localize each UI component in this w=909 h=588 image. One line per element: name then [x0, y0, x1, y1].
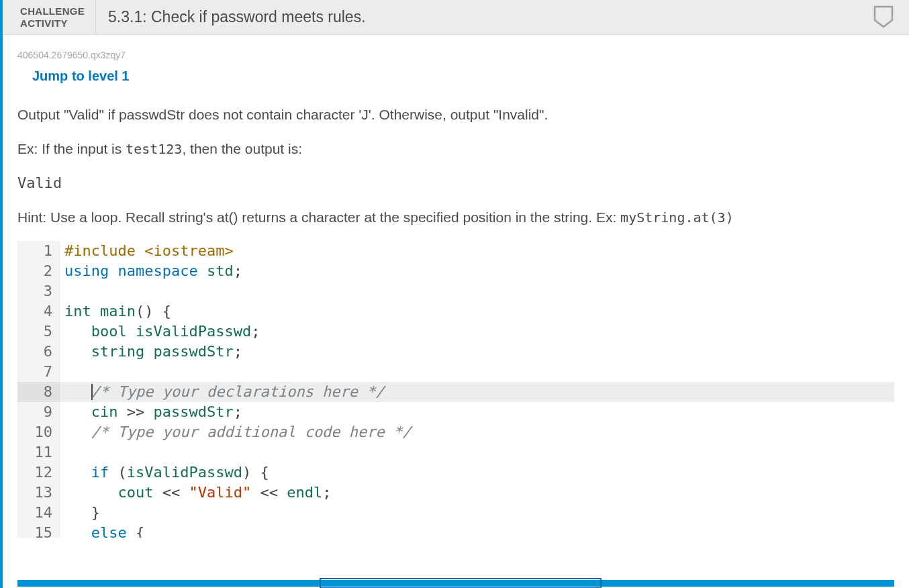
jump-to-level-link[interactable]: Jump to level 1 — [17, 68, 130, 84]
line-number: 6 — [17, 342, 60, 362]
code-text[interactable] — [60, 362, 894, 382]
code-text[interactable]: /* Type your additional code here */ — [60, 422, 894, 442]
activity-type-label: CHALLENGE ACTIVITY — [3, 0, 96, 34]
code-line[interactable]: 8 /* Type your declarations here */ — [17, 382, 894, 402]
hint-code: myString.at(3) — [620, 209, 734, 226]
activity-header: CHALLENGE ACTIVITY 5.3.1: Check if passw… — [3, 0, 909, 35]
line-number: 2 — [17, 261, 60, 281]
line-number: 12 — [17, 462, 60, 483]
code-text[interactable] — [60, 281, 894, 301]
activity-type-line2: ACTIVITY — [20, 17, 85, 30]
line-number: 3 — [17, 281, 60, 301]
code-text[interactable]: string passwdStr; — [60, 342, 894, 362]
line-number: 11 — [17, 442, 60, 462]
activity-type-line1: CHALLENGE — [20, 5, 85, 17]
line-number: 5 — [17, 322, 60, 342]
line-number: 4 — [17, 301, 60, 322]
activity-title: 5.3.1: Check if password meets rules. — [96, 8, 366, 26]
line-number: 8 — [17, 382, 60, 402]
code-text[interactable]: cout << "Valid" << endl; — [60, 483, 894, 503]
code-line[interactable]: 9 cin >> passwdStr; — [17, 402, 894, 422]
code-text[interactable] — [60, 442, 894, 462]
instruction-hint: Hint: Use a loop. Recall string's at() r… — [17, 207, 894, 229]
activity-content: 406504.2679650.qx3zqy7 Jump to level 1 O… — [3, 35, 909, 543]
instruction-line-1: Output "Valid" if passwdStr does not con… — [17, 104, 894, 126]
code-line[interactable]: 10 /* Type your additional code here */ — [17, 422, 894, 442]
code-text[interactable]: using namespace std; — [60, 261, 894, 281]
code-text[interactable]: cin >> passwdStr; — [60, 402, 894, 422]
problem-id: 406504.2679650.qx3zqy7 — [17, 50, 894, 60]
code-line[interactable]: 14 } — [17, 503, 894, 523]
code-text[interactable]: } — [60, 503, 894, 523]
line-number: 13 — [17, 483, 60, 503]
code-text[interactable]: else { — [60, 523, 894, 538]
instruction-line-2: Ex: If the input is test123, then the ou… — [17, 138, 894, 160]
line-number: 9 — [17, 402, 60, 422]
code-line[interactable]: 13 cout << "Valid" << endl; — [17, 483, 894, 503]
code-line[interactable]: 4int main() { — [17, 301, 894, 322]
code-line[interactable]: 7 — [17, 362, 894, 382]
code-line[interactable]: 6 string passwdStr; — [17, 342, 894, 362]
code-text[interactable]: int main() { — [60, 301, 894, 322]
line-number: 14 — [17, 503, 60, 523]
code-line[interactable]: 12 if (isValidPasswd) { — [17, 462, 894, 483]
bookmark-pocket-icon[interactable] — [870, 4, 897, 31]
code-line[interactable]: 11 — [17, 442, 894, 462]
line-number: 15 — [17, 523, 60, 538]
line-number: 7 — [17, 362, 60, 382]
code-line[interactable]: 2using namespace std; — [17, 261, 894, 281]
code-line[interactable]: 5 bool isValidPasswd; — [17, 322, 894, 342]
code-text[interactable]: /* Type your declarations here */ — [60, 382, 894, 402]
progress-segment — [320, 578, 602, 588]
progress-bar — [17, 580, 894, 587]
code-text[interactable]: bool isValidPasswd; — [60, 322, 894, 342]
code-line[interactable]: 15 else { — [17, 523, 894, 538]
code-text[interactable]: if (isValidPasswd) { — [60, 462, 894, 483]
code-line[interactable]: 3 — [17, 281, 894, 301]
example-output: Valid — [17, 172, 894, 195]
example-input-code: test123 — [126, 141, 182, 157]
line-number: 10 — [17, 422, 60, 442]
line-number: 1 — [17, 241, 60, 261]
instructions: Output "Valid" if passwdStr does not con… — [17, 104, 894, 229]
code-text[interactable]: #include <iostream> — [60, 241, 894, 261]
code-line[interactable]: 1#include <iostream> — [17, 241, 894, 261]
code-editor[interactable]: 1#include <iostream>2using namespace std… — [17, 241, 894, 538]
